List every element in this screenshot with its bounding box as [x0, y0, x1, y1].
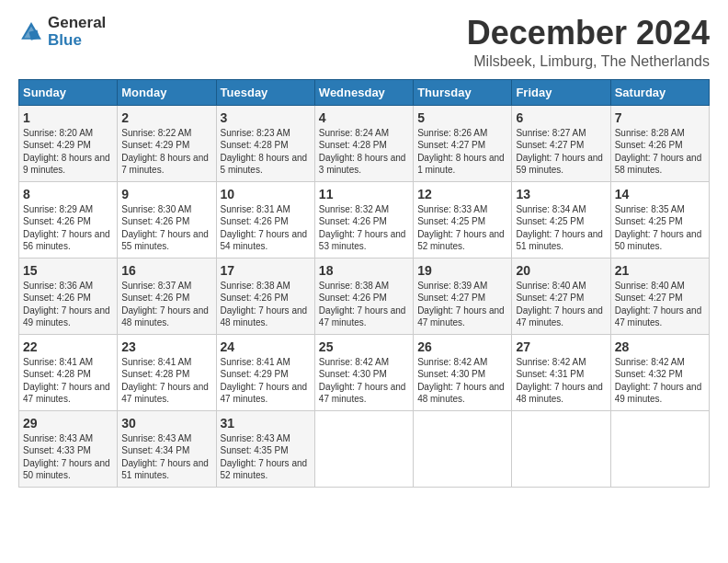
cell-content: Sunrise: 8:42 AMSunset: 4:32 PMDaylight:…: [615, 356, 705, 406]
cell-content: Sunrise: 8:38 AMSunset: 4:26 PMDaylight:…: [221, 280, 311, 329]
day-number: 1: [23, 110, 113, 125]
col-thursday: Thursday: [414, 79, 512, 105]
calendar-cell: 6Sunrise: 8:27 AMSunset: 4:27 PMDaylight…: [512, 105, 610, 181]
day-number: 21: [615, 263, 705, 278]
day-number: 6: [516, 110, 606, 125]
day-number: 30: [121, 416, 211, 431]
cell-content: Sunrise: 8:43 AMSunset: 4:35 PMDaylight:…: [221, 432, 311, 482]
calendar-cell: 8Sunrise: 8:29 AMSunset: 4:26 PMDaylight…: [19, 181, 118, 258]
calendar-cell: 14Sunrise: 8:35 AMSunset: 4:25 PMDayligh…: [610, 181, 709, 258]
cell-content: Sunrise: 8:36 AMSunset: 4:26 PMDaylight:…: [23, 280, 113, 329]
cell-content: Sunrise: 8:43 AMSunset: 4:33 PMDaylight:…: [23, 432, 113, 482]
col-monday: Monday: [118, 79, 216, 105]
cell-content: Sunrise: 8:41 AMSunset: 4:29 PMDaylight:…: [221, 356, 311, 406]
cell-content: Sunrise: 8:37 AMSunset: 4:26 PMDaylight:…: [121, 280, 211, 329]
cell-content: Sunrise: 8:35 AMSunset: 4:25 PMDaylight:…: [615, 203, 705, 253]
calendar-cell: 26Sunrise: 8:42 AMSunset: 4:30 PMDayligh…: [414, 334, 512, 410]
col-wednesday: Wednesday: [314, 79, 413, 105]
day-number: 8: [23, 187, 113, 201]
cell-content: Sunrise: 8:22 AMSunset: 4:29 PMDaylight:…: [121, 127, 211, 177]
calendar-cell: 21Sunrise: 8:40 AMSunset: 4:27 PMDayligh…: [610, 258, 709, 334]
calendar-cell: 13Sunrise: 8:34 AMSunset: 4:25 PMDayligh…: [512, 181, 610, 258]
calendar-cell: 7Sunrise: 8:28 AMSunset: 4:26 PMDaylight…: [610, 105, 709, 181]
calendar-cell: 27Sunrise: 8:42 AMSunset: 4:31 PMDayligh…: [512, 334, 610, 410]
day-number: 24: [221, 339, 311, 354]
cell-content: Sunrise: 8:20 AMSunset: 4:29 PMDaylight:…: [23, 127, 113, 177]
location-subtitle: Milsbeek, Limburg, The Netherlands: [467, 53, 710, 70]
cell-content: Sunrise: 8:24 AMSunset: 4:28 PMDaylight:…: [319, 127, 409, 177]
cell-content: Sunrise: 8:26 AMSunset: 4:27 PMDaylight:…: [417, 127, 507, 177]
calendar-cell: 18Sunrise: 8:38 AMSunset: 4:26 PMDayligh…: [314, 258, 413, 334]
cell-content: Sunrise: 8:33 AMSunset: 4:25 PMDaylight:…: [417, 203, 507, 253]
calendar-cell: 3Sunrise: 8:23 AMSunset: 4:28 PMDaylight…: [216, 105, 314, 181]
cell-content: Sunrise: 8:38 AMSunset: 4:26 PMDaylight:…: [319, 280, 409, 329]
day-number: 5: [417, 110, 507, 125]
month-title: December 2024: [467, 15, 710, 52]
day-number: 25: [319, 339, 409, 354]
logo-icon: [18, 19, 44, 45]
day-number: 14: [615, 187, 705, 201]
calendar-cell: 23Sunrise: 8:41 AMSunset: 4:28 PMDayligh…: [118, 334, 216, 410]
calendar-week-1: 1Sunrise: 8:20 AMSunset: 4:29 PMDaylight…: [19, 105, 710, 181]
calendar-cell: 5Sunrise: 8:26 AMSunset: 4:27 PMDaylight…: [414, 105, 512, 181]
calendar-cell: 2Sunrise: 8:22 AMSunset: 4:29 PMDaylight…: [118, 105, 216, 181]
calendar-week-5: 29Sunrise: 8:43 AMSunset: 4:33 PMDayligh…: [19, 410, 710, 487]
day-number: 20: [516, 263, 606, 278]
calendar-cell: [414, 410, 512, 487]
day-number: 15: [23, 263, 113, 278]
calendar-cell: 30Sunrise: 8:43 AMSunset: 4:34 PMDayligh…: [118, 410, 216, 487]
day-number: 28: [615, 339, 705, 354]
day-number: 29: [23, 416, 113, 431]
calendar-cell: [512, 410, 610, 487]
day-number: 16: [121, 263, 211, 278]
calendar-week-2: 8Sunrise: 8:29 AMSunset: 4:26 PMDaylight…: [19, 181, 710, 258]
day-number: 22: [23, 339, 113, 354]
logo-general: General: [48, 15, 106, 32]
calendar-cell: 4Sunrise: 8:24 AMSunset: 4:28 PMDaylight…: [314, 105, 413, 181]
cell-content: Sunrise: 8:41 AMSunset: 4:28 PMDaylight:…: [121, 356, 211, 406]
calendar-cell: 10Sunrise: 8:31 AMSunset: 4:26 PMDayligh…: [216, 181, 314, 258]
day-number: 27: [516, 339, 606, 354]
cell-content: Sunrise: 8:40 AMSunset: 4:27 PMDaylight:…: [615, 280, 705, 329]
cell-content: Sunrise: 8:39 AMSunset: 4:27 PMDaylight:…: [417, 280, 507, 329]
calendar-cell: 9Sunrise: 8:30 AMSunset: 4:26 PMDaylight…: [118, 181, 216, 258]
day-number: 2: [121, 110, 211, 125]
calendar-cell: 29Sunrise: 8:43 AMSunset: 4:33 PMDayligh…: [19, 410, 118, 487]
col-tuesday: Tuesday: [216, 79, 314, 105]
cell-content: Sunrise: 8:31 AMSunset: 4:26 PMDaylight:…: [221, 203, 311, 253]
day-number: 17: [221, 263, 311, 278]
calendar-cell: 12Sunrise: 8:33 AMSunset: 4:25 PMDayligh…: [414, 181, 512, 258]
cell-content: Sunrise: 8:29 AMSunset: 4:26 PMDaylight:…: [23, 203, 113, 253]
day-number: 3: [221, 110, 311, 125]
col-sunday: Sunday: [19, 79, 118, 105]
calendar-cell: 20Sunrise: 8:40 AMSunset: 4:27 PMDayligh…: [512, 258, 610, 334]
cell-content: Sunrise: 8:23 AMSunset: 4:28 PMDaylight:…: [221, 127, 311, 177]
day-number: 13: [516, 187, 606, 201]
col-friday: Friday: [512, 79, 610, 105]
calendar-week-4: 22Sunrise: 8:41 AMSunset: 4:28 PMDayligh…: [19, 334, 710, 410]
calendar-table: Sunday Monday Tuesday Wednesday Thursday…: [18, 79, 710, 488]
day-number: 12: [417, 187, 507, 201]
day-number: 18: [319, 263, 409, 278]
calendar-cell: 1Sunrise: 8:20 AMSunset: 4:29 PMDaylight…: [19, 105, 118, 181]
logo-blue: Blue: [48, 32, 106, 50]
calendar-cell: 15Sunrise: 8:36 AMSunset: 4:26 PMDayligh…: [19, 258, 118, 334]
cell-content: Sunrise: 8:32 AMSunset: 4:26 PMDaylight:…: [319, 203, 409, 253]
header-row: Sunday Monday Tuesday Wednesday Thursday…: [19, 79, 710, 105]
day-number: 10: [221, 187, 311, 201]
calendar-cell: 31Sunrise: 8:43 AMSunset: 4:35 PMDayligh…: [216, 410, 314, 487]
day-number: 26: [417, 339, 507, 354]
calendar-cell: 22Sunrise: 8:41 AMSunset: 4:28 PMDayligh…: [19, 334, 118, 410]
calendar-cell: 16Sunrise: 8:37 AMSunset: 4:26 PMDayligh…: [118, 258, 216, 334]
cell-content: Sunrise: 8:28 AMSunset: 4:26 PMDaylight:…: [615, 127, 705, 177]
calendar-cell: 11Sunrise: 8:32 AMSunset: 4:26 PMDayligh…: [314, 181, 413, 258]
calendar-cell: 19Sunrise: 8:39 AMSunset: 4:27 PMDayligh…: [414, 258, 512, 334]
cell-content: Sunrise: 8:43 AMSunset: 4:34 PMDaylight:…: [121, 432, 211, 482]
calendar-cell: 24Sunrise: 8:41 AMSunset: 4:29 PMDayligh…: [216, 334, 314, 410]
title-area: December 2024 Milsbeek, Limburg, The Net…: [467, 15, 710, 70]
cell-content: Sunrise: 8:34 AMSunset: 4:25 PMDaylight:…: [516, 203, 606, 253]
calendar-cell: [314, 410, 413, 487]
cell-content: Sunrise: 8:27 AMSunset: 4:27 PMDaylight:…: [516, 127, 606, 177]
cell-content: Sunrise: 8:40 AMSunset: 4:27 PMDaylight:…: [516, 280, 606, 329]
cell-content: Sunrise: 8:42 AMSunset: 4:30 PMDaylight:…: [319, 356, 409, 406]
